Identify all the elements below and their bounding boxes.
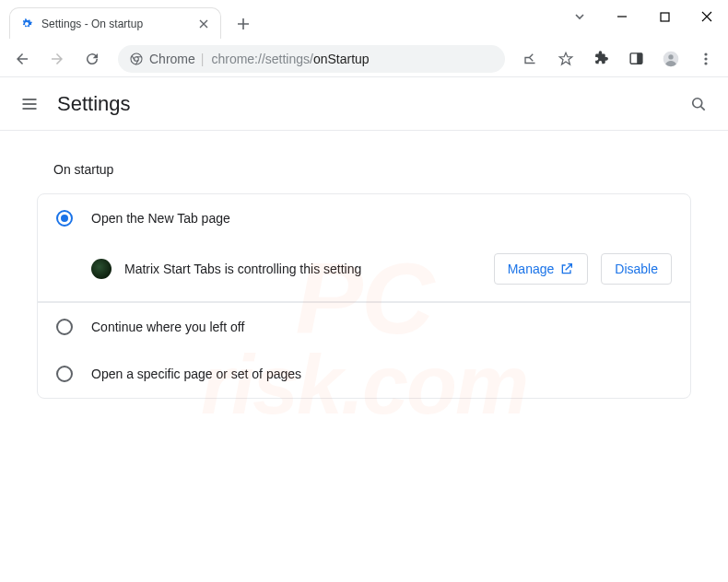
startup-option-newtab[interactable]: Open the New Tab page: [38, 194, 690, 242]
svg-rect-0: [661, 13, 669, 21]
close-window-button[interactable]: [686, 0, 728, 33]
reload-button[interactable]: [77, 44, 107, 74]
back-button[interactable]: [7, 44, 37, 74]
bookmark-icon[interactable]: [551, 44, 581, 74]
open-external-icon: [559, 262, 574, 276]
startup-option-specific[interactable]: Open a specific page or set of pages: [38, 350, 690, 398]
svg-point-9: [704, 62, 707, 64]
site-label: Chrome: [149, 52, 195, 66]
url-text: chrome://settings/onStartup: [211, 52, 369, 66]
radio-icon[interactable]: [56, 366, 73, 382]
separator: |: [201, 52, 205, 66]
radio-icon[interactable]: [56, 319, 73, 335]
page-title: Settings: [57, 92, 131, 116]
minimize-button[interactable]: [601, 0, 643, 33]
radio-label: Open the New Tab page: [91, 211, 230, 226]
extensions-icon[interactable]: [586, 44, 616, 74]
hamburger-icon[interactable]: [17, 91, 42, 117]
settings-content: On startup Open the New Tab page Matrix …: [0, 131, 728, 421]
sidepanel-icon[interactable]: [621, 44, 651, 74]
svg-point-7: [704, 52, 707, 55]
window-titlebar: Settings - On startup: [0, 0, 728, 41]
browser-toolbar: Chrome | chrome://settings/onStartup: [0, 41, 728, 77]
extension-control-row: Matrix Start Tabs is controlling this se…: [38, 242, 690, 302]
manage-label: Manage: [508, 262, 555, 276]
startup-option-continue[interactable]: Continue where you left off: [38, 302, 690, 350]
disable-button[interactable]: Disable: [601, 253, 672, 285]
gear-icon: [19, 17, 34, 31]
radio-label: Continue where you left off: [91, 320, 244, 334]
search-icon[interactable]: [686, 91, 711, 117]
address-bar[interactable]: Chrome | chrome://settings/onStartup: [118, 45, 505, 73]
forward-button[interactable]: [42, 44, 72, 74]
menu-icon[interactable]: [691, 44, 721, 74]
startup-card: Open the New Tab page Matrix Start Tabs …: [37, 193, 691, 399]
browser-tab[interactable]: Settings - On startup: [9, 7, 221, 39]
radio-selected-icon[interactable]: [56, 210, 73, 227]
svg-point-10: [693, 98, 702, 107]
settings-header: Settings: [0, 77, 728, 131]
svg-point-6: [668, 54, 673, 59]
radio-label: Open a specific page or set of pages: [91, 367, 301, 381]
tab-title: Settings - On startup: [41, 17, 189, 30]
maximize-button[interactable]: [643, 0, 686, 33]
manage-button[interactable]: Manage: [494, 253, 589, 285]
svg-point-8: [704, 57, 707, 60]
svg-rect-4: [637, 53, 642, 64]
extension-icon: [91, 259, 112, 279]
section-title: On startup: [53, 162, 691, 177]
share-icon[interactable]: [516, 44, 546, 74]
chrome-icon: [129, 52, 144, 66]
profile-icon[interactable]: [656, 44, 686, 74]
site-info[interactable]: Chrome |: [129, 52, 204, 66]
extension-message: Matrix Start Tabs is controlling this se…: [124, 262, 481, 276]
chevron-down-icon[interactable]: [558, 0, 601, 33]
disable-label: Disable: [615, 262, 658, 276]
close-tab-icon[interactable]: [196, 17, 211, 31]
window-controls: [558, 0, 728, 33]
new-tab-button[interactable]: [232, 13, 254, 35]
